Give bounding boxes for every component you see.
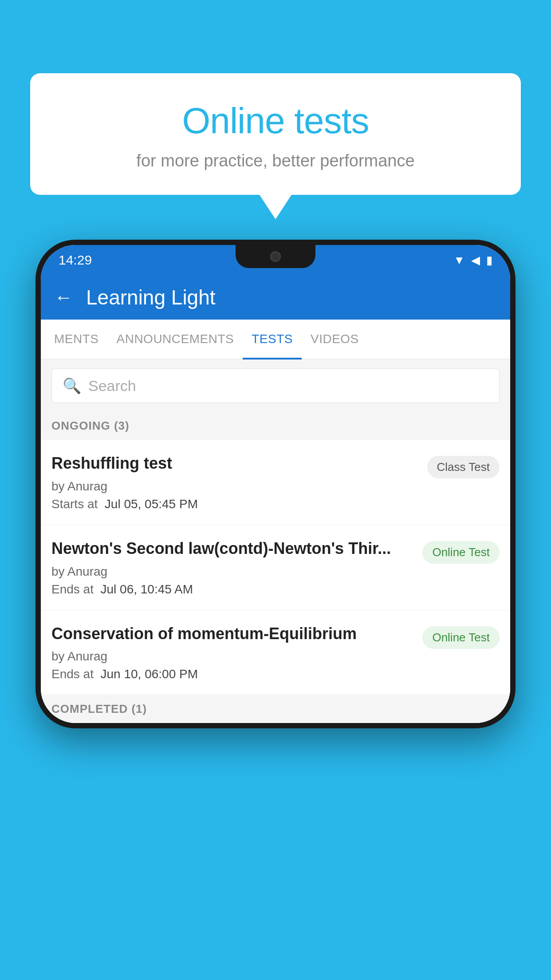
- test-content: Newton's Second law(contd)-Newton's Thir…: [51, 538, 422, 597]
- test-author: by Anurag: [51, 649, 413, 664]
- signal-icon: ◀: [471, 253, 480, 267]
- completed-label: COMPLETED (1): [51, 702, 147, 715]
- test-content: Reshuffling test by Anurag Starts at Jul…: [51, 453, 427, 511]
- ongoing-label: ONGOING (3): [51, 419, 130, 432]
- camera: [270, 251, 281, 262]
- status-icons: ▼ ◀ ▮: [453, 253, 492, 267]
- back-button[interactable]: ←: [54, 287, 73, 308]
- test-date: Starts at Jul 05, 05:45 PM: [51, 497, 418, 511]
- battery-icon: ▮: [486, 253, 492, 267]
- tab-tests[interactable]: TESTS: [243, 320, 302, 359]
- test-name: Reshuffling test: [51, 453, 418, 474]
- test-item[interactable]: Newton's Second law(contd)-Newton's Thir…: [41, 525, 510, 610]
- notch: [236, 245, 315, 268]
- tab-videos[interactable]: VIDEOS: [302, 320, 368, 359]
- bubble-subtitle: for more practice, better performance: [48, 151, 503, 170]
- search-icon: 🔍: [63, 377, 81, 395]
- test-badge: Class Test: [427, 456, 500, 478]
- test-name: Conservation of momentum-Equilibrium: [51, 624, 413, 644]
- tab-ments[interactable]: MENTS: [45, 320, 108, 359]
- app-bar: ← Learning Light: [41, 275, 510, 320]
- phone-screen: 14:29 ▼ ◀ ▮ ← Learning Light MENTS ANNOU…: [41, 245, 510, 723]
- completed-section-header: COMPLETED (1): [41, 695, 510, 723]
- test-name: Newton's Second law(contd)-Newton's Thir…: [51, 538, 413, 559]
- ongoing-section-header: ONGOING (3): [41, 412, 510, 440]
- test-item[interactable]: Reshuffling test by Anurag Starts at Jul…: [41, 440, 510, 525]
- search-container: 🔍 Search: [41, 360, 510, 412]
- test-list: Reshuffling test by Anurag Starts at Jul…: [41, 440, 510, 695]
- tabs-bar: MENTS ANNOUNCEMENTS TESTS VIDEOS: [41, 320, 510, 360]
- search-input[interactable]: Search: [88, 377, 136, 395]
- bubble-title: Online tests: [48, 100, 503, 142]
- test-author: by Anurag: [51, 565, 413, 579]
- phone-wrapper: 14:29 ▼ ◀ ▮ ← Learning Light MENTS ANNOU…: [35, 240, 516, 980]
- wifi-icon: ▼: [453, 253, 465, 267]
- test-author: by Anurag: [51, 479, 418, 494]
- tab-announcements[interactable]: ANNOUNCEMENTS: [108, 320, 243, 359]
- status-time: 14:29: [59, 253, 92, 268]
- test-badge: Online Test: [422, 541, 500, 564]
- test-date: Ends at Jun 10, 06:00 PM: [51, 667, 413, 681]
- test-badge: Online Test: [422, 626, 500, 649]
- search-bar[interactable]: 🔍 Search: [51, 368, 500, 403]
- test-item[interactable]: Conservation of momentum-Equilibrium by …: [41, 610, 510, 695]
- test-date: Ends at Jul 06, 10:45 AM: [51, 582, 413, 597]
- speech-bubble: Online tests for more practice, better p…: [30, 73, 521, 195]
- app-title: Learning Light: [86, 285, 216, 309]
- test-content: Conservation of momentum-Equilibrium by …: [51, 624, 422, 682]
- phone-frame: 14:29 ▼ ◀ ▮ ← Learning Light MENTS ANNOU…: [35, 240, 516, 728]
